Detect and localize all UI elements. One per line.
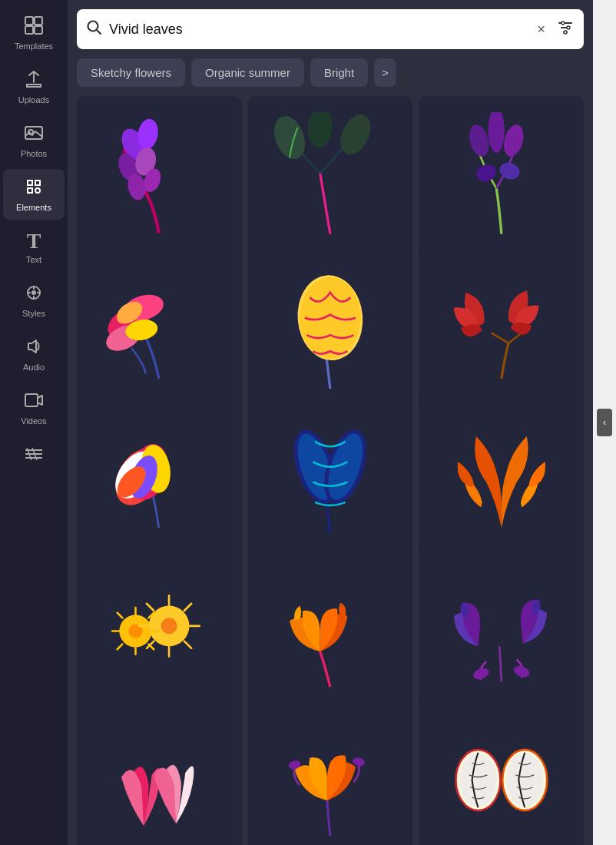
search-icon [86,19,103,40]
svg-point-33 [501,123,527,159]
svg-rect-1 [35,17,42,25]
element-item-11[interactable] [248,544,413,709]
sidebar-item-photos-label: Photos [21,149,47,158]
sidebar-item-text[interactable]: T Text [3,223,65,272]
elements-icon [24,177,44,200]
uploads-icon [24,69,44,92]
element-item-14[interactable] [248,693,413,845]
sidebar: Templates Uploads Photos [0,0,68,845]
svg-point-19 [561,22,565,25]
sidebar-item-background[interactable] [3,436,65,475]
templates-icon [24,15,44,38]
search-filter-button[interactable] [556,18,575,41]
elements-grid [68,93,593,845]
svg-rect-0 [25,17,33,25]
svg-point-34 [474,162,498,184]
svg-point-29 [306,112,334,149]
search-input[interactable] [109,22,531,38]
styles-icon [24,283,44,306]
background-icon [24,444,44,467]
svg-point-30 [335,112,377,159]
videos-icon [24,390,44,413]
sidebar-item-styles[interactable]: Styles [3,275,65,326]
tags-next-button[interactable]: > [374,58,396,87]
svg-point-56 [161,618,177,634]
sidebar-item-videos-label: Videos [21,416,46,426]
element-item-6[interactable] [419,245,584,410]
sidebar-item-styles-label: Styles [22,309,45,318]
sidebar-item-uploads[interactable]: Uploads [3,61,65,112]
right-panel: ‹ [593,0,616,845]
audio-icon [24,336,44,360]
element-item-10[interactable] [77,544,242,709]
sidebar-item-templates[interactable]: Templates [3,8,65,58]
svg-rect-3 [35,26,42,34]
element-item-9[interactable] [419,394,584,559]
element-item-12[interactable] [419,544,584,709]
search-bar: × [77,9,584,49]
text-icon: T [27,230,41,252]
tag-organic-summer[interactable]: Organic summer [191,58,304,87]
sidebar-item-audio-label: Audio [23,363,45,372]
sidebar-item-text-label: Text [26,255,41,264]
search-clear-button[interactable]: × [537,22,545,38]
photos-icon [24,123,44,146]
element-item-7[interactable] [77,394,242,559]
main-panel: × Sketchy flowers Organic summer Bright … [68,0,593,845]
sidebar-item-elements[interactable]: Elements [3,169,65,220]
element-item-2[interactable] [248,96,413,261]
svg-point-8 [31,290,36,295]
sidebar-item-elements-label: Elements [16,203,51,212]
tag-bright[interactable]: Bright [310,58,368,87]
element-item-13[interactable] [77,693,242,845]
sidebar-item-videos[interactable]: Videos [3,383,65,433]
element-item-1[interactable] [77,96,242,261]
tags-row: Sketchy flowers Organic summer Bright > [68,55,593,93]
tag-sketchy-flowers[interactable]: Sketchy flowers [77,58,185,87]
svg-point-20 [567,26,570,29]
element-item-5[interactable] [248,245,413,410]
svg-point-42 [300,277,360,358]
svg-rect-9 [25,394,38,406]
svg-rect-2 [25,26,33,34]
svg-point-31 [466,123,492,159]
sidebar-item-audio[interactable]: Audio [3,329,65,379]
element-item-8[interactable] [248,394,413,559]
svg-point-21 [564,31,567,34]
sidebar-item-photos[interactable]: Photos [3,115,65,166]
element-item-3[interactable] [419,96,584,261]
element-item-4[interactable] [77,245,242,410]
svg-point-6 [35,188,40,193]
sidebar-item-templates-label: Templates [15,41,53,51]
svg-point-32 [488,112,504,153]
element-item-15[interactable] [419,693,584,845]
collapse-button[interactable]: ‹ [597,409,612,436]
sidebar-item-uploads-label: Uploads [18,95,49,104]
